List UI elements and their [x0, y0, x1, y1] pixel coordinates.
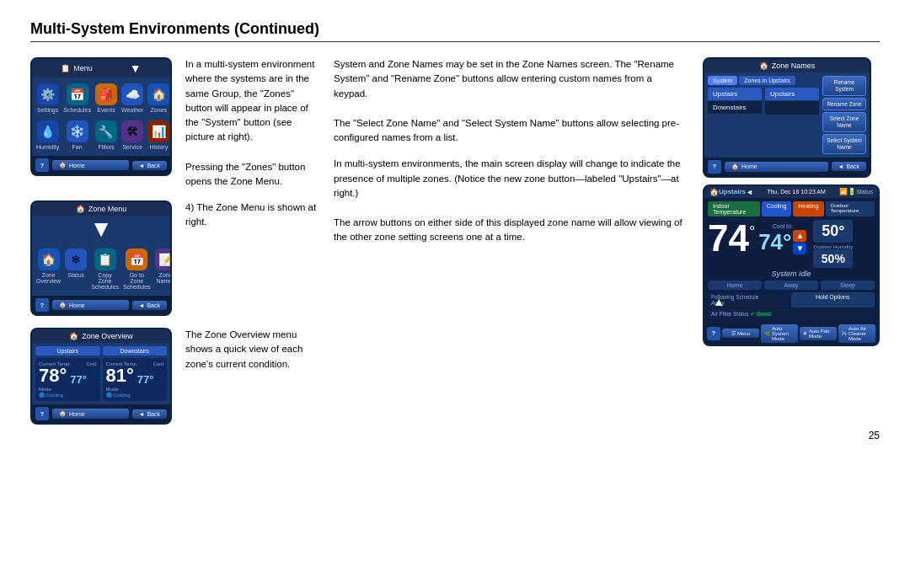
menu-grid: ⚙️ Settings 📅 Schedules 🎒 Events	[32, 78, 170, 156]
help-button[interactable]: ?	[35, 158, 49, 172]
air-filter-value: ✓ Good	[750, 311, 771, 317]
zone-overview-title-text: Zone Overview	[82, 332, 133, 340]
select-system-name-btn[interactable]: Select System Name	[822, 134, 866, 154]
menu-item-events[interactable]: 🎒 Events	[94, 81, 118, 115]
zone-names-help-btn[interactable]: ?	[708, 160, 721, 174]
right-column: System and Zone Names may be set in the …	[334, 57, 880, 436]
section6-para1: System and Zone Names may be set in the …	[334, 57, 688, 101]
zone-name-upstairs[interactable]: Upstairs	[708, 88, 762, 101]
menu-item-humidity[interactable]: 💧 Humidity	[35, 118, 60, 152]
zone-names-item[interactable]: 📝 Zone Names	[154, 246, 172, 292]
menu-item-zones[interactable]: 🏠 Zones	[147, 81, 170, 115]
fan-mode-btn[interactable]: ❄ Auto Fan Mode	[800, 327, 837, 340]
history-icon: 📊	[147, 120, 169, 142]
goto-zone-item[interactable]: 📅 Go to Zone Schedules	[122, 246, 152, 292]
back-button[interactable]: ◄ Back	[132, 161, 168, 170]
zone-overview-title-icon: 🏠	[69, 332, 78, 340]
menu-item-filters[interactable]: 🔧 Filters	[94, 118, 118, 152]
zone-overview-back-btn[interactable]: ◄ Back	[132, 409, 168, 419]
downstairs-big-temp: 81°	[106, 366, 134, 385]
cool-arrows: ▲ ▼	[793, 230, 806, 254]
left-column: 📋 Menu ▼ ⚙️ Settings	[30, 57, 317, 436]
main-menu-btn[interactable]: ☰ Menu	[722, 329, 759, 338]
rename-system-btn[interactable]: Rename System	[822, 76, 866, 96]
zone-name-downstairs[interactable]: Downstairs	[708, 101, 762, 115]
menu-item-weather[interactable]: ☁️ Weather	[120, 81, 144, 115]
overview-home-icon: 🏠	[59, 410, 67, 417]
zone-name-value[interactable]: Upstairs	[765, 88, 819, 101]
downstairs-mode: Mode🔵 Cooling	[106, 387, 164, 398]
section-5: 🏠 Zone Overview Upstairs Downstairs	[30, 328, 317, 425]
tab-temperature[interactable]: Indoor Temperature	[708, 201, 760, 216]
zn-home-icon: 🏠	[731, 163, 739, 170]
menu-item-schedules[interactable]: 📅 Schedules	[62, 81, 92, 115]
zone-menu-navbar: ? 🏠 Home ◄ Back	[32, 296, 170, 314]
main-thermo-center: 74 ° Cool to: 74° ▲	[708, 220, 875, 268]
zone-menu-home-btn[interactable]: 🏠 Home	[52, 300, 129, 310]
zone-overview-home-btn[interactable]: 🏠 Home	[52, 409, 129, 419]
cool-to-label: Cool to:	[773, 223, 793, 229]
rename-zone-btn[interactable]: Rename Zone	[822, 98, 866, 111]
home-button[interactable]: 🏠 Home	[52, 160, 129, 170]
weather-label: Weather	[121, 107, 143, 113]
menu-item-fan[interactable]: ❄️ Fan	[62, 118, 92, 152]
down-arrow-indicator: ▼	[130, 61, 142, 75]
zone-cards: Current Temp Cool 78° 77° Mode🔵 Cooling	[35, 358, 167, 401]
zn-home-label: Home	[741, 163, 757, 169]
zone-names-left: System Zones in Upstairs Upstairs Downst…	[708, 76, 819, 154]
cool-down-arrow[interactable]: ▼	[793, 243, 806, 254]
tab-heating-label: Heating	[798, 203, 818, 209]
menu-item-service[interactable]: 🛠 Service	[120, 118, 144, 152]
system-tab[interactable]: System	[708, 76, 737, 85]
menu-item-history[interactable]: 📊 History	[147, 118, 170, 152]
main-left-arrow-btn[interactable]: ◄	[746, 188, 753, 196]
tab-cooling[interactable]: Cooling	[762, 201, 792, 216]
air-filter-status: Air Filter Status ✓ Good	[708, 309, 875, 319]
right-text-col: System and Zone Names may be set in the …	[334, 57, 688, 346]
back-label: Back	[147, 163, 160, 168]
mode-away-btn[interactable]: Away	[764, 281, 818, 290]
zones-in-upstairs-tab[interactable]: Zones in Upstairs	[739, 76, 795, 85]
section-4: 🏠 Zone Menu ▼ 🏠 Zone Overview	[30, 200, 317, 316]
filters-label: Filters	[98, 144, 114, 150]
status-text: System Idle	[708, 270, 875, 278]
zone-status-item[interactable]: ❄ Status	[64, 246, 88, 292]
zone-names-title-text: Zone Names	[772, 61, 816, 70]
zone-menu-title-icon: 🏠	[76, 205, 85, 213]
zone-overview-item[interactable]: 🏠 Zone Overview	[35, 246, 62, 292]
copy-zone-label: Copy Zone Schedules	[91, 272, 119, 290]
zone-menu-back-btn[interactable]: ◄ Back	[132, 301, 168, 310]
outdoor-section: 50° Outdoor Humidity 50%	[813, 220, 853, 268]
section5-text: The Zone Overview menu shows a quick vie…	[185, 328, 317, 372]
menu-item-settings[interactable]: ⚙️ Settings	[35, 81, 60, 115]
zone-tab-upstairs[interactable]: Upstairs	[35, 346, 100, 355]
zone-name-list-left: Upstairs Downstairs	[708, 88, 762, 115]
select-zone-name-btn[interactable]: Select Zone Name	[822, 112, 866, 132]
zone-names-home-btn[interactable]: 🏠 Home	[725, 162, 828, 172]
tab-heating[interactable]: Heating	[793, 201, 823, 216]
content-area: 📋 Menu ▼ ⚙️ Settings	[30, 57, 880, 436]
main-help-btn[interactable]: ?	[707, 327, 720, 340]
history-label: History	[149, 144, 168, 150]
back-arrow-icon: ◄	[139, 163, 145, 168]
mode-home-btn[interactable]: Home	[708, 281, 762, 290]
zone-card-upstairs: Current Temp Cool 78° 77° Mode🔵 Cooling	[35, 358, 100, 401]
main-thermo-tabs: Indoor Temperature Cooling Heating Outdo…	[708, 201, 875, 216]
section4-text: 4) The Zone Menu is shown at right.	[185, 200, 317, 230]
zone-tab-downstairs[interactable]: Downstairs	[103, 346, 168, 355]
system-mode-btn[interactable]: 🌿 Auto System Mode	[761, 324, 798, 343]
copy-zone-item[interactable]: 📋 Copy Zone Schedules	[90, 246, 120, 292]
zone-overview-help-btn[interactable]: ?	[35, 407, 49, 420]
section6-para2: The "Select Zone Name" and "Select Syste…	[334, 116, 688, 146]
zone-status-icon: ❄	[65, 249, 87, 270]
zone-card-downstairs: Current Temp Cool 81° 77° Mode🔵 Cooling	[103, 358, 168, 401]
zone-names-back-btn[interactable]: ◄ Back	[832, 162, 867, 171]
cool-up-arrow[interactable]: ▲	[793, 230, 806, 242]
zone-menu-help-btn[interactable]: ?	[35, 298, 49, 312]
section3-para2: Pressing the "Zones" button opens the Zo…	[185, 160, 317, 190]
mode-sleep-btn[interactable]: Sleep	[821, 281, 875, 290]
home-icon: 🏠	[59, 162, 67, 168]
tab-outdoor[interactable]: Outdoor Temperature	[826, 201, 875, 216]
hold-options-btn[interactable]: Hold Options	[791, 292, 875, 307]
air-cleaner-btn[interactable]: 🌬 Auto Air Cleaner Mode	[838, 324, 875, 343]
